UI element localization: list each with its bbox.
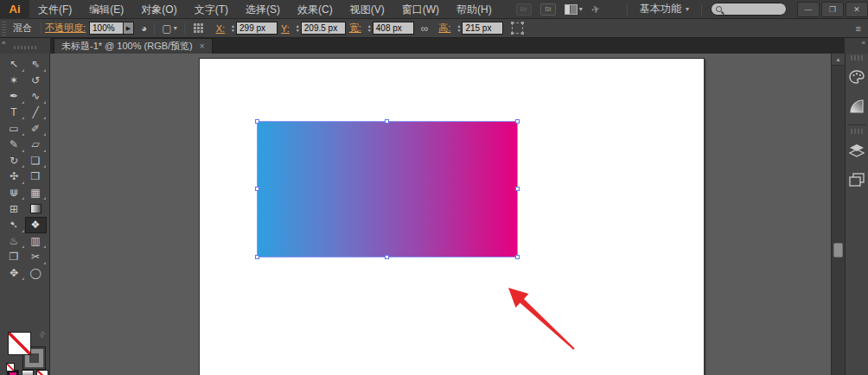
bridge-icon[interactable]: Br — [516, 3, 532, 16]
direct-selection-tool[interactable]: ⇖ — [25, 56, 47, 73]
close-tab-icon[interactable]: × — [200, 41, 205, 51]
perspective-grid-tool[interactable]: ▦ — [25, 185, 47, 201]
free-transform-tool[interactable]: ❒ — [25, 168, 47, 185]
magic-wand-tool[interactable]: ✶ — [3, 73, 25, 89]
width-stepper[interactable]: ▲▼ — [367, 24, 372, 33]
x-stepper[interactable]: ▲▼ — [231, 24, 235, 33]
control-panel-menu-icon[interactable]: ≡ — [856, 23, 861, 34]
opacity-input[interactable]: 100% — [89, 22, 124, 35]
canvas[interactable] — [50, 54, 831, 375]
fill-swatch[interactable] — [8, 332, 31, 355]
eyedropper-tool[interactable]: ➷ — [3, 217, 25, 233]
fill-stroke-area: ⇄ — [0, 328, 50, 375]
scale-tool[interactable]: ❏ — [25, 153, 47, 169]
height-stepper[interactable]: ▲▼ — [456, 24, 461, 33]
toolbar-grip[interactable] — [14, 46, 36, 49]
height-input[interactable]: 215 px — [462, 22, 503, 35]
color-panel-icon[interactable] — [846, 62, 868, 92]
symbol-sprayer-tool[interactable]: ♨ — [3, 233, 25, 250]
menu-select[interactable]: 选择(S) — [237, 0, 289, 19]
y-label[interactable]: Y: — [281, 23, 290, 34]
slice-tool[interactable]: ✂ — [25, 249, 47, 265]
arrange-documents-glyph — [565, 4, 578, 15]
shape-builder-tool[interactable]: ⋓ — [3, 185, 25, 201]
selection-handle-bottom-left[interactable] — [255, 255, 259, 259]
menu-type[interactable]: 文字(T) — [186, 0, 237, 19]
default-fill-stroke-icon[interactable] — [6, 363, 15, 372]
none-button[interactable] — [36, 370, 48, 375]
menu-file[interactable]: 文件(F) — [29, 0, 80, 19]
y-stepper[interactable]: ▲▼ — [296, 24, 300, 33]
collapse-dock-icon[interactable]: « — [862, 39, 865, 47]
tab-bar: « 未标题-1* @ 100% (RGB/预览) × « — [0, 38, 868, 54]
menu-view[interactable]: 视图(V) — [341, 0, 393, 19]
menu-help[interactable]: 帮助(H) — [448, 0, 501, 19]
menu-effect[interactable]: 效果(C) — [289, 0, 341, 19]
selection-handle-top-right[interactable] — [515, 119, 520, 124]
menu-edit[interactable]: 编辑(E) — [80, 0, 132, 19]
search-input[interactable] — [711, 3, 787, 16]
curvature-tool[interactable]: ∿ — [25, 88, 47, 105]
panel-grip[interactable] — [2, 22, 6, 35]
selection-handle-bottom-right[interactable] — [515, 255, 520, 259]
width-label[interactable]: 宽: — [349, 22, 361, 35]
artboard-tool[interactable]: ❐ — [3, 249, 25, 265]
height-label[interactable]: 高: — [438, 22, 450, 35]
scroll-up-icon[interactable]: ▲ — [832, 54, 845, 66]
column-graph-tool[interactable]: ▥ — [25, 233, 47, 250]
select-similar-icon[interactable]: ▢ ▾ — [162, 22, 176, 35]
x-label[interactable]: X: — [216, 23, 225, 34]
gradient-tool[interactable] — [25, 200, 47, 217]
layers-panel-icon[interactable] — [846, 136, 868, 165]
artboards-panel-icon[interactable] — [846, 165, 868, 194]
eraser-tool[interactable]: ▱ — [25, 137, 47, 153]
line-segment-tool[interactable]: ╱ — [25, 105, 47, 121]
opacity-label[interactable]: 不透明度: — [45, 22, 86, 35]
swap-fill-stroke-icon[interactable]: ⇄ — [37, 329, 48, 340]
selection-tool[interactable]: ↖ — [3, 56, 25, 73]
minimize-button[interactable]: — — [797, 2, 820, 17]
x-input[interactable]: 299 px — [236, 22, 278, 35]
selection-handle-middle-right[interactable] — [515, 187, 520, 191]
lasso-tool[interactable]: ↺ — [25, 73, 47, 89]
constrain-proportions-icon[interactable]: ∞ — [421, 22, 429, 35]
width-input[interactable]: 408 px — [373, 22, 414, 35]
y-input[interactable]: 209.5 px — [301, 22, 346, 35]
selection-handle-top-left[interactable] — [255, 119, 259, 124]
hand-tool[interactable]: ✥ — [3, 265, 25, 282]
menu-object[interactable]: 对象(O) — [132, 0, 185, 19]
menu-window[interactable]: 窗口(W) — [393, 0, 448, 19]
blend-tool[interactable]: ❖ — [25, 217, 47, 233]
width-tool[interactable]: ✣ — [3, 168, 25, 185]
mesh-tool[interactable]: ⊞ — [3, 200, 25, 217]
zoom-tool[interactable]: ◯ — [25, 265, 47, 282]
scrollbar-thumb[interactable] — [833, 243, 843, 257]
reference-point-locator[interactable] — [194, 23, 204, 34]
selection-handle-middle-left[interactable] — [255, 187, 259, 191]
restore-button[interactable]: ❐ — [821, 2, 844, 17]
dock-grip[interactable] — [851, 129, 863, 134]
share-icon[interactable]: ✈ — [590, 3, 601, 16]
gradient-panel-icon[interactable] — [846, 92, 868, 121]
transform-bounding-box-icon[interactable] — [512, 22, 523, 34]
arrange-documents-icon[interactable]: ▾ — [565, 4, 583, 15]
workspace-switcher[interactable]: 基本功能 ▾ — [636, 2, 692, 16]
rotate-tool[interactable]: ↻ — [3, 153, 25, 169]
stock-icon[interactable]: St — [540, 3, 556, 16]
vertical-scrollbar[interactable]: ▲ — [831, 54, 845, 375]
selected-gradient-rectangle[interactable] — [258, 122, 517, 257]
recolor-artwork-icon[interactable]: ◕ — [141, 22, 147, 35]
rectangle-tool[interactable]: ▭ — [3, 120, 25, 137]
dock-grip[interactable] — [851, 55, 863, 60]
selection-handle-bottom-middle[interactable] — [385, 255, 389, 259]
collapse-toolbar-icon[interactable]: « — [2, 39, 5, 47]
selection-handle-top-middle[interactable] — [385, 119, 389, 124]
paintbrush-tool[interactable]: ✐ — [25, 120, 47, 137]
document-tab[interactable]: 未标题-1* @ 100% (RGB/预览) × — [54, 38, 213, 54]
pencil-tool[interactable]: ✎ — [3, 137, 25, 153]
close-button[interactable]: ✕ — [846, 2, 868, 17]
opacity-dropdown-button[interactable]: ▶ — [124, 22, 134, 35]
type-tool[interactable]: T — [3, 105, 25, 121]
pen-tool[interactable]: ✒ — [3, 88, 25, 105]
gradient-button[interactable] — [22, 370, 34, 375]
